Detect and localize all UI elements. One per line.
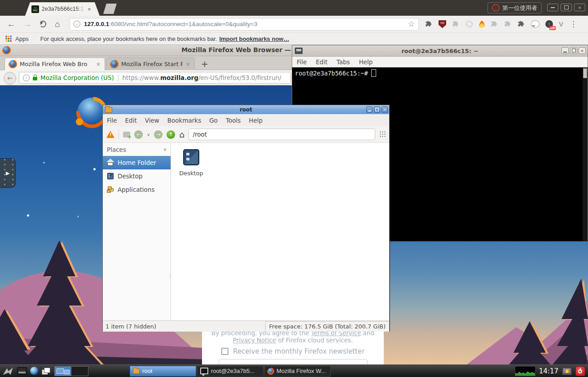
apps-label[interactable]: Apps [15,35,29,42]
fm-menu-help[interactable]: Help [245,117,267,124]
chrome-new-tab-button[interactable] [103,4,117,14]
workspace-2[interactable] [71,366,88,376]
fm-menu-bookmarks[interactable]: Bookmarks [163,117,205,124]
newsletter-checkbox[interactable] [221,348,228,355]
desktop-folder-icon [182,148,200,166]
fm-menu-go[interactable]: Go [205,117,222,124]
terminal-menu-file[interactable]: File [292,58,312,66]
home-icon[interactable]: ⌂ [53,19,62,29]
novnc-control-handle[interactable]: ▶ [0,158,16,188]
maximize-button[interactable] [561,4,572,11]
warning-icon[interactable] [106,131,114,138]
file-item-desktop[interactable]: Desktop [174,148,209,177]
forward-icon[interactable]: → [22,19,32,29]
devtools-atom-icon[interactable] [465,20,473,28]
back-icon[interactable]: ← [6,19,16,29]
web-browser-launcher-icon[interactable] [30,367,39,375]
extension-puzzle-icon[interactable] [491,20,498,28]
import-bookmarks-link[interactable]: Import bookmarks now… [219,35,289,42]
bookmark-star-icon[interactable]: ☆ [408,19,415,29]
firefox-tab-inactive[interactable]: Mozilla Firefox Start Pag × [106,58,195,70]
address-bar[interactable]: i 127.0.0.1:6080/vnc.html?autoconnect=1&… [70,18,419,31]
minimize-button[interactable] [547,4,558,11]
sidebar-item-desktop[interactable]: Desktop [103,169,171,183]
fm-home-icon[interactable]: ⌂ [179,130,184,139]
reload-icon[interactable] [39,21,46,27]
email-field[interactable] [219,359,368,364]
page-info-icon[interactable]: i [74,21,80,27]
firefox-tab-label: Mozilla Firefox Start Pag [121,61,183,67]
firefox-back-button[interactable]: ← [4,72,16,84]
flame-icon[interactable] [479,21,485,28]
file-manager-launcher-icon[interactable] [17,367,27,375]
proxy-icon[interactable]: ↑off [545,20,553,28]
show-desktop-icon[interactable] [42,368,50,374]
chrome-tab-close-icon[interactable]: × [88,6,91,12]
terminal-scrollbar[interactable] [583,67,588,241]
firefox-info-icon[interactable]: i [23,75,30,81]
chrome-menu-icon[interactable]: ⋮ [570,19,577,29]
url-text: 127.0.0.1:6080/vnc.html?autoconnect=1&au… [84,21,404,27]
terminal-title: root@2e3a7b566c15: ~ [292,48,588,54]
extension-puzzle-icon[interactable] [518,20,525,28]
terminal-close-button[interactable]: × [579,47,586,54]
fm-history-chevron-icon[interactable]: ∨ [147,132,150,137]
privacy-notice-link[interactable]: Privacy Notice [233,337,276,344]
clock[interactable]: 14:17 [539,367,558,375]
workspace-1[interactable] [54,366,71,376]
terminal-menu-edit[interactable]: Edit [312,58,332,66]
novnc-favicon-icon: no VNC [31,5,39,13]
novnc-favicon-text2: VNC [33,9,38,12]
workspace-pager[interactable] [54,366,88,376]
file-manager-titlebar[interactable]: root × [103,105,389,114]
path-input[interactable]: /root [189,129,375,140]
fm-forward-button[interactable]: → [154,130,162,139]
fm-maximize-button[interactable] [374,106,380,113]
chrome-tab-strip: no VNC 2e3a7b566c15:1 - noVNC × ! 第一位使用者… [0,0,588,16]
taskbar-button-firefox[interactable]: Mozilla Firefox W... [264,366,331,377]
vimium-icon[interactable]: V [559,20,563,28]
fm-menu-edit[interactable]: Edit [121,117,141,124]
firefox-icon [268,368,274,374]
tab-close-icon[interactable]: × [96,61,101,67]
terminal-menu-help[interactable]: Help [355,58,377,66]
extension-puzzle-icon[interactable] [504,20,512,28]
fm-minimize-button[interactable] [366,106,373,113]
taskbar-button-terminal[interactable]: root@2e3a7b5... [197,366,263,377]
terminal-titlebar[interactable]: root@2e3a7b566c15: ~ × [292,45,588,57]
fm-close-button[interactable]: × [382,106,388,113]
taskbar-button-root[interactable]: root [130,366,196,377]
terminal-minimize-button[interactable] [562,47,569,54]
fm-menu-view[interactable]: View [141,117,163,124]
firefox-tab-favicon [110,60,118,68]
pane-splitter-handle[interactable]: ⋮ [167,275,172,277]
sidebar-item-home-folder[interactable]: Home Folder [103,156,171,169]
chrome-tab[interactable]: no VNC 2e3a7b566c15:1 - noVNC × [25,2,100,16]
identity-label[interactable]: Mozilla Corporation (US) [40,74,114,81]
path-options-icon[interactable] [379,131,386,138]
fm-back-button[interactable]: ← [134,130,143,139]
extension-puzzle-icon[interactable] [452,20,460,28]
profile-chip[interactable]: ! 第一位使用者 [487,2,542,13]
terminal-menu-tabs[interactable]: Tabs [332,58,355,66]
firefox-tab-active[interactable]: Mozilla Firefox Web Bro × [4,58,105,70]
fm-menu-tools[interactable]: Tools [222,117,245,124]
extension-puzzle-icon[interactable] [425,20,433,28]
power-button[interactable] [575,366,585,376]
fm-menu-file[interactable]: File [103,117,121,124]
firefox-new-tab-button[interactable]: + [201,59,208,69]
fm-new-tab-icon[interactable] [123,132,130,137]
lxde-menu-icon[interactable] [2,367,14,376]
sidebar-item-applications[interactable]: Applications [103,183,171,196]
chat-bubble-icon[interactable] [531,20,540,28]
fm-up-button[interactable]: ↑ [167,130,175,139]
apps-grid-icon[interactable] [5,35,12,42]
firefox-address-bar[interactable]: i Mozilla Corporation (US) | https://www… [19,72,291,84]
close-button[interactable]: × [574,4,585,11]
places-header[interactable]: Places ∨ [103,143,171,156]
ublock-icon[interactable]: UO [439,20,446,28]
terminal-maximize-button[interactable] [570,47,577,54]
file-list-area[interactable]: Desktop [171,143,389,320]
tab-close-icon[interactable]: × [186,61,190,67]
lock-screen-icon[interactable] [562,367,572,375]
